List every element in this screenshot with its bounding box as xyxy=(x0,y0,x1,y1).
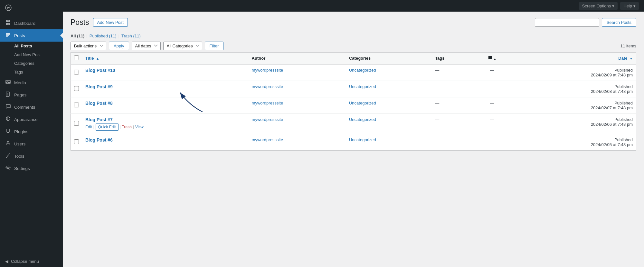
date-value-10: 2024/02/09 at 7:48 pm xyxy=(515,73,633,77)
row-checkbox-6[interactable] xyxy=(74,139,79,144)
author-link-6[interactable]: mywordpresssite xyxy=(252,137,283,142)
submenu-add-new[interactable]: Add New Post xyxy=(0,50,63,59)
quick-edit-link-7[interactable]: Quick Edit xyxy=(96,124,118,131)
topbar: Screen Options ▾ Help ▾ xyxy=(63,0,644,12)
post-category-cell-8: Uncategorized xyxy=(346,97,432,114)
view-link-7[interactable]: View xyxy=(135,125,144,129)
help-chevron: ▾ xyxy=(633,4,636,8)
author-link-9[interactable]: mywordpresssite xyxy=(252,84,283,89)
post-tags-cell-6: — xyxy=(432,134,473,150)
appearance-label: Appearance xyxy=(14,117,38,122)
col-comments: ▲ xyxy=(473,52,511,64)
plugins-label: Plugins xyxy=(14,129,28,134)
category-link-9[interactable]: Uncategorized xyxy=(349,84,376,89)
svg-rect-17 xyxy=(6,156,8,158)
post-title-link-7[interactable]: Blog Post #7 xyxy=(85,117,113,122)
submenu-categories[interactable]: Categories xyxy=(0,59,63,68)
post-author-cell-7: mywordpresssite xyxy=(249,114,346,134)
search-input[interactable] xyxy=(535,18,599,27)
search-posts-button[interactable]: Search Posts xyxy=(602,18,636,27)
select-all-checkbox[interactable] xyxy=(74,55,79,60)
date-value-8: 2024/02/07 at 7:48 pm xyxy=(515,105,633,110)
submenu-all-posts[interactable]: All Posts xyxy=(0,42,63,50)
post-title-cell-8: Blog Post #8 xyxy=(82,97,249,114)
post-title-link-6[interactable]: Blog Post #6 xyxy=(85,137,113,143)
date-status-10: Published xyxy=(515,68,633,73)
sidebar-item-pages[interactable]: Pages xyxy=(0,89,63,101)
filter-tab-published[interactable]: Published (11) xyxy=(90,34,117,38)
trash-link-7[interactable]: Trash xyxy=(122,125,132,129)
collapse-menu-btn[interactable]: ◀ Collapse menu xyxy=(0,256,63,267)
author-link-7[interactable]: mywordpresssite xyxy=(252,117,283,122)
sidebar-item-dashboard[interactable]: Dashboard xyxy=(0,17,63,29)
plugins-icon xyxy=(5,128,11,135)
category-link-8[interactable]: Uncategorized xyxy=(349,101,376,105)
category-link-7[interactable]: Uncategorized xyxy=(349,117,376,122)
categories-select[interactable]: All Categories xyxy=(163,42,202,50)
edit-link-7[interactable]: Edit xyxy=(85,125,92,129)
dates-select[interactable]: All dates xyxy=(132,42,161,50)
sidebar-item-plugins[interactable]: Plugins xyxy=(0,125,63,138)
filter-tab-trash[interactable]: Trash (11) xyxy=(121,34,141,38)
tools-icon xyxy=(5,153,11,159)
post-title-cell-6: Blog Post #6 xyxy=(82,134,249,150)
comments-label: Comments xyxy=(14,105,35,110)
sidebar-item-tools[interactable]: Tools xyxy=(0,150,63,162)
row-checkbox-10[interactable] xyxy=(74,70,79,74)
screen-options-chevron: ▾ xyxy=(612,4,614,8)
date-status-6: Published xyxy=(515,137,633,142)
post-category-cell-9: Uncategorized xyxy=(346,81,432,97)
post-comments-cell-6: — xyxy=(473,134,511,150)
sidebar-item-settings[interactable]: Settings xyxy=(0,162,63,174)
sidebar-item-users[interactable]: Users xyxy=(0,138,63,150)
sidebar-logo: W xyxy=(0,0,63,17)
table-row: Blog Post #8 mywordpresssite Uncategoriz… xyxy=(71,97,636,114)
apply-button[interactable]: Apply xyxy=(109,42,129,50)
help-btn[interactable]: Help ▾ xyxy=(620,2,639,10)
submenu-tags[interactable]: Tags xyxy=(0,68,63,76)
date-value-6: 2024/02/05 at 7:48 pm xyxy=(515,142,633,147)
bulk-actions-select[interactable]: Bulk actions xyxy=(71,42,106,50)
filter-button[interactable]: Filter xyxy=(205,42,224,50)
toolbar: Bulk actions Apply All dates All Categor… xyxy=(71,42,636,50)
sidebar-active-arrow xyxy=(60,33,63,38)
post-category-cell-10: Uncategorized xyxy=(346,64,432,81)
wp-icon: W xyxy=(5,5,12,13)
comments-col-icon xyxy=(488,56,494,61)
col-title[interactable]: Title ▲ xyxy=(82,52,249,64)
add-new-post-button[interactable]: Add New Post xyxy=(93,18,128,27)
post-title-link-8[interactable]: Blog Post #8 xyxy=(85,101,113,106)
post-date-cell-7: Published 2024/02/06 at 7:48 pm xyxy=(511,114,636,134)
sidebar-item-posts[interactable]: Posts xyxy=(0,29,63,42)
toolbar-left: Bulk actions Apply All dates All Categor… xyxy=(71,42,223,50)
screen-options-btn[interactable]: Screen Options ▾ xyxy=(579,2,618,10)
media-label: Media xyxy=(14,80,26,85)
date-value-7: 2024/02/06 at 7:48 pm xyxy=(515,122,633,127)
post-title-link-10[interactable]: Blog Post #10 xyxy=(85,68,115,73)
row-checkbox-9[interactable] xyxy=(74,86,79,91)
row-checkbox-7[interactable] xyxy=(74,121,79,126)
date-sort-arrow: ▼ xyxy=(630,57,633,60)
post-title-link-9[interactable]: Blog Post #9 xyxy=(85,84,113,89)
author-link-10[interactable]: mywordpresssite xyxy=(252,68,283,73)
category-link-6[interactable]: Uncategorized xyxy=(349,137,376,142)
title-sort-arrow: ▲ xyxy=(96,57,99,60)
svg-rect-6 xyxy=(6,80,10,84)
dashboard-icon xyxy=(5,20,11,26)
post-title-cell-9: Blog Post #9 xyxy=(82,81,249,97)
category-link-10[interactable]: Uncategorized xyxy=(349,68,376,73)
filter-tabs: All (11) | Published (11) | Trash (11) xyxy=(71,34,636,38)
sidebar-item-media[interactable]: Media xyxy=(0,76,63,89)
sidebar: W Dashboard Posts All Posts Add New Post… xyxy=(0,0,63,267)
row-checkbox-8[interactable] xyxy=(74,103,79,107)
sidebar-item-comments[interactable]: Comments xyxy=(0,101,63,113)
author-link-8[interactable]: mywordpresssite xyxy=(252,101,283,105)
col-date[interactable]: Date ▼ xyxy=(511,52,636,64)
sidebar-item-appearance[interactable]: Appearance xyxy=(0,113,63,125)
page-header: Posts Add New Post xyxy=(71,18,128,27)
post-comments-cell-9: — xyxy=(473,81,511,97)
svg-rect-3 xyxy=(8,20,10,22)
filter-tab-all[interactable]: All (11) xyxy=(71,34,84,38)
post-tags-cell-9: — xyxy=(432,81,473,97)
posts-label: Posts xyxy=(14,33,25,38)
